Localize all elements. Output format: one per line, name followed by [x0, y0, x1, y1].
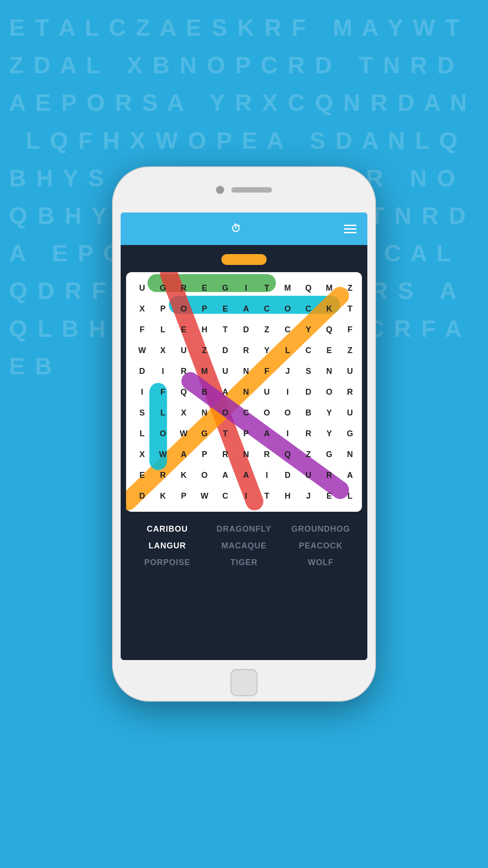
grid-cell: K: [173, 465, 194, 486]
phone-frame: ⏱ UGREGITMQMZXPOPEACOCKTFLEHTDZCYQFWXUZD…: [113, 167, 375, 701]
grid-cell: C: [298, 340, 319, 361]
grid-cell: R: [235, 340, 256, 361]
grid-cell: O: [277, 402, 298, 423]
grid-cell: N: [194, 402, 215, 423]
grid-cell: A: [256, 423, 277, 444]
grid-cell: G: [194, 423, 215, 444]
grid-cell: T: [256, 486, 277, 506]
grid-cell: R: [319, 465, 339, 486]
grid-cell: L: [277, 340, 298, 361]
timer-icon: ⏱: [231, 223, 241, 235]
grid-cell: A: [215, 465, 235, 486]
grid-cell: N: [235, 382, 256, 402]
grid-cell: U: [256, 382, 277, 402]
grid-cell: M: [277, 278, 298, 298]
phone-screen: ⏱ UGREGITMQMZXPOPEACOCKTFLEHTDZCYQFWXUZD…: [121, 212, 367, 660]
grid-cell: G: [152, 278, 173, 298]
grid-cell: K: [152, 486, 173, 506]
grid-cell: S: [298, 361, 319, 382]
grid-cell: P: [194, 444, 215, 465]
grid-cell: O: [173, 298, 194, 319]
grid-cell: F: [131, 319, 152, 340]
grid-cell: U: [339, 402, 360, 423]
grid-cell: R: [339, 382, 360, 402]
grid-cell: L: [152, 319, 173, 340]
grid-cell: Q: [173, 382, 194, 402]
word-search-grid: UGREGITMQMZXPOPEACOCKTFLEHTDZCYQFWXUZDRY…: [131, 278, 356, 506]
grid-cell: M: [319, 278, 339, 298]
grid-cell: T: [215, 423, 235, 444]
grid-cell: C: [298, 298, 319, 319]
menu-button[interactable]: [344, 225, 357, 233]
word-list-item: CARIBOU: [130, 523, 205, 536]
grid-cell: O: [194, 465, 215, 486]
grid-cell: C: [235, 402, 256, 423]
grid-cell: G: [339, 423, 360, 444]
grid-cell: X: [152, 340, 173, 361]
grid-cell: S: [131, 402, 152, 423]
grid-cell: Z: [194, 340, 215, 361]
grid-cell: O: [152, 423, 173, 444]
phone-top-bar: [113, 167, 375, 212]
grid-cell: A: [339, 465, 360, 486]
grid-cell: E: [215, 298, 235, 319]
grid-cell: W: [152, 444, 173, 465]
grid-cell: E: [319, 486, 339, 506]
grid-cell: A: [215, 382, 235, 402]
grid-cell: C: [277, 319, 298, 340]
grid-cell: O: [319, 382, 339, 402]
grid-cell: E: [319, 340, 339, 361]
grid-cell: U: [215, 361, 235, 382]
grid-cell: O: [215, 402, 235, 423]
grid-cell: D: [131, 361, 152, 382]
grid-cell: I: [277, 423, 298, 444]
grid-cell: Q: [277, 444, 298, 465]
grid-cell: F: [256, 361, 277, 382]
word-list-item: WOLF: [283, 556, 358, 569]
grid-cell: G: [215, 278, 235, 298]
grid-cell: X: [131, 298, 152, 319]
grid-cell: F: [339, 319, 360, 340]
grid-cell: U: [298, 465, 319, 486]
word-list-item: MACAQUE: [206, 539, 282, 552]
grid-cell: X: [131, 444, 152, 465]
grid-cell: I: [152, 361, 173, 382]
phone-speaker: [231, 187, 272, 193]
grid-cell: N: [235, 361, 256, 382]
timer-display: ⏱: [231, 223, 244, 235]
grid-cell: Q: [298, 278, 319, 298]
grid-cell: R: [152, 465, 173, 486]
phone-camera: [216, 186, 224, 194]
grid-cell: U: [173, 340, 194, 361]
home-button[interactable]: [230, 669, 258, 696]
grid-cell: M: [194, 361, 215, 382]
grid-cell: W: [131, 340, 152, 361]
grid-cell: I: [256, 465, 277, 486]
grid-cell: Z: [298, 444, 319, 465]
grid-cell: Q: [319, 319, 339, 340]
grid-cell: U: [339, 361, 360, 382]
grid-cell: E: [173, 319, 194, 340]
grid-cell: D: [277, 465, 298, 486]
grid-cell: D: [235, 319, 256, 340]
grid-cell: T: [256, 278, 277, 298]
grid-cell: N: [235, 444, 256, 465]
grid-cell: D: [215, 340, 235, 361]
grid-cell: H: [194, 319, 215, 340]
grid-cell: A: [235, 298, 256, 319]
grid-cell: J: [277, 361, 298, 382]
grid-cell: F: [152, 382, 173, 402]
grid-cell: Z: [256, 319, 277, 340]
grid-cell: N: [319, 361, 339, 382]
grid-cell: N: [339, 444, 360, 465]
word-list-item: GROUNDHOG: [283, 523, 358, 536]
grid-cell: R: [173, 361, 194, 382]
grid-cell: K: [319, 298, 339, 319]
grid-cell: I: [235, 486, 256, 506]
grid-cell: I: [131, 382, 152, 402]
grid-cell: U: [131, 278, 152, 298]
grid-cell: R: [215, 444, 235, 465]
word-banner-area: [121, 245, 367, 272]
grid-cell: E: [194, 278, 215, 298]
word-search-grid-container: UGREGITMQMZXPOPEACOCKTFLEHTDZCYQFWXUZDRY…: [126, 272, 361, 512]
